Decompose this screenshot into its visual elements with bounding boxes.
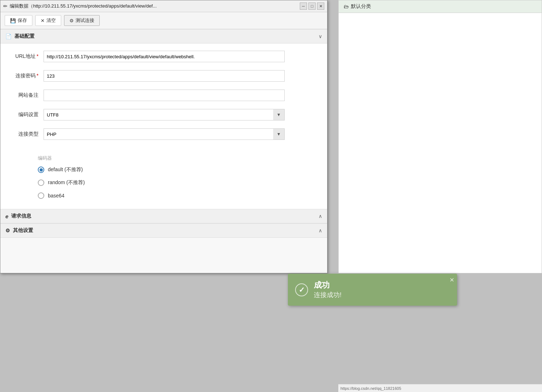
folder-icon: 🗁: [344, 4, 349, 9]
encoder-random-radio[interactable]: [38, 179, 44, 186]
toast-check-circle: ✓: [295, 283, 308, 296]
toolbar: 💾 保存 ✕ 清空 ⚙ 测试连接: [0, 12, 327, 29]
basic-config-header[interactable]: 📄 基础配置 ∨: [0, 29, 327, 44]
encoder-default-label: default (不推荐): [48, 167, 83, 173]
type-select[interactable]: PHP ASP ASPX JSP: [44, 128, 285, 140]
basic-config-label: 基础配置: [14, 33, 35, 40]
encoder-base64-row[interactable]: base64: [38, 192, 327, 199]
url-row: URL地址*: [11, 51, 316, 62]
form-area: URL地址* 连接密码* 网站备注 编码设置: [0, 44, 327, 155]
request-info-header[interactable]: e 请求信息 ∧: [0, 209, 327, 223]
note-row: 网站备注: [11, 90, 316, 101]
save-icon: 💾: [10, 18, 16, 23]
toast-checkmark-icon: ✓: [299, 286, 305, 294]
type-select-wrapper: PHP ASP ASPX JSP ▼: [44, 128, 285, 140]
clear-icon: ✕: [41, 18, 45, 23]
url-required: *: [37, 53, 39, 59]
basic-config-header-left: 📄 基础配置: [5, 33, 35, 40]
note-label: 网站备注: [11, 92, 44, 99]
test-connection-button[interactable]: ⚙ 测试连接: [64, 15, 100, 26]
test-icon: ⚙: [69, 18, 74, 23]
url-bar: https://blog.csdn.net/qq_11821605: [338, 384, 542, 392]
type-label: 连接类型: [11, 131, 44, 137]
url-bar-text: https://blog.csdn.net/qq_11821605: [340, 386, 401, 391]
maximize-button[interactable]: □: [308, 3, 316, 10]
encoder-section-label: 编码器: [38, 155, 327, 161]
encoder-default-row[interactable]: default (不推荐): [38, 167, 327, 173]
dialog-window: ✏ 编辑数据（http://10.211.55.17/yxcms/protect…: [0, 0, 328, 273]
other-settings-chevron: ∧: [319, 228, 322, 233]
request-info-header-left: e 请求信息: [5, 213, 31, 219]
clear-label: 清空: [46, 17, 56, 24]
save-button[interactable]: 💾 保存: [5, 15, 32, 26]
toast-close-button[interactable]: ✕: [450, 277, 454, 283]
encoder-default-radio[interactable]: [38, 167, 44, 173]
encoding-label: 编码设置: [11, 111, 44, 118]
right-panel-label: 默认分类: [351, 3, 371, 10]
clear-button[interactable]: ✕ 清空: [35, 15, 61, 26]
encoder-random-label: random (不推荐): [48, 179, 85, 186]
basic-config-icon: 📄: [5, 33, 12, 39]
save-label: 保存: [18, 17, 27, 24]
close-button[interactable]: ✕: [317, 3, 324, 10]
type-row: 连接类型 PHP ASP ASPX JSP ▼: [11, 128, 316, 140]
other-settings-header-left: ⚙ 其他设置: [5, 227, 33, 234]
edit-icon: ✏: [3, 3, 8, 9]
encoder-section: 编码器 default (不推荐) random (不推荐) base64: [0, 155, 327, 209]
note-input[interactable]: [44, 90, 285, 101]
encoder-random-row[interactable]: random (不推荐): [38, 179, 327, 186]
encoder-base64-radio[interactable]: [38, 192, 44, 199]
request-info-icon: e: [5, 213, 8, 219]
right-panel: 🗁 默认分类: [338, 0, 542, 273]
right-panel-header[interactable]: 🗁 默认分类: [339, 0, 542, 13]
encoding-select[interactable]: UTF8 GBK GB2312 BIG5: [44, 109, 285, 120]
toast-subtitle: 连接成功!: [314, 291, 342, 299]
content-area: 📄 基础配置 ∨ URL地址* 连接密码*: [0, 29, 327, 273]
basic-config-chevron: ∨: [319, 33, 322, 39]
minimize-button[interactable]: ─: [300, 3, 307, 10]
password-row: 连接密码*: [11, 70, 316, 82]
title-bar-left: ✏ 编辑数据（http://10.211.55.17/yxcms/protect…: [3, 3, 157, 9]
password-required: *: [37, 73, 39, 78]
encoding-row: 编码设置 UTF8 GBK GB2312 BIG5 ▼: [11, 109, 316, 120]
other-settings-icon: ⚙: [5, 228, 10, 233]
encoding-select-wrapper: UTF8 GBK GB2312 BIG5 ▼: [44, 109, 285, 120]
request-info-label: 请求信息: [11, 213, 31, 219]
test-label: 测试连接: [76, 17, 94, 24]
other-settings-header[interactable]: ⚙ 其他设置 ∧: [0, 223, 327, 238]
password-input[interactable]: [44, 70, 285, 82]
request-info-chevron: ∧: [319, 213, 322, 219]
toast-title: 成功: [314, 280, 342, 291]
toast-notification: ✓ 成功 连接成功! ✕: [288, 274, 457, 306]
url-input[interactable]: [44, 51, 285, 62]
url-label: URL地址*: [11, 53, 44, 60]
other-settings-label: 其他设置: [13, 227, 33, 234]
encoder-base64-label: base64: [48, 193, 64, 199]
title-bar-title: 编辑数据（http://10.211.55.17/yxcms/protected…: [10, 3, 157, 9]
title-bar: ✏ 编辑数据（http://10.211.55.17/yxcms/protect…: [0, 0, 327, 12]
password-label: 连接密码*: [11, 73, 44, 79]
toast-text-area: 成功 连接成功!: [314, 280, 342, 299]
title-bar-controls: ─ □ ✕: [300, 3, 324, 10]
